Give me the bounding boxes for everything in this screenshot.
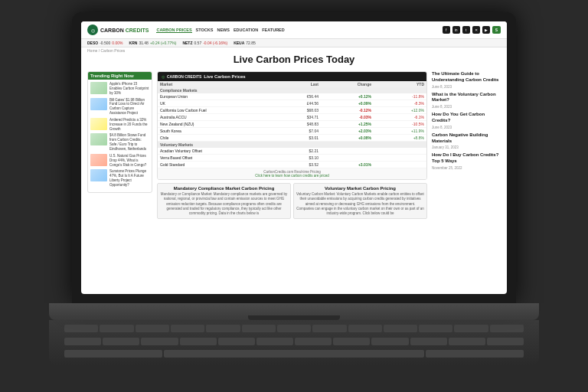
market-nz-name: New Zealand (NZU) [160,122,266,126]
market-kr-last: $7.04 [266,129,318,133]
trending-item-6: Sunstone Prices Plunge 47%, But Is It A … [90,169,149,187]
market-row-nz[interactable]: New Zealand (NZU) $48.83 +1.25% -10.5% [158,121,426,128]
trending-img-4 [90,133,107,145]
key [242,325,276,332]
col-market: Market [160,82,266,87]
article-title-3[interactable]: How Do You Get Carbon Credits? [432,112,501,124]
key [218,338,255,345]
market-ca-ytd: +12.0% [371,108,424,113]
nav-featured[interactable]: FEATURED [262,28,285,32]
market-au-change: -0.03% [318,115,371,119]
trending-item-2: Bill Gates' $1.98 Billion Fund Loss to D… [90,98,149,116]
compliance-section-title: Compliance Markets [158,87,426,93]
widget-footer-link[interactable]: Click here to learn how carbon credits a… [160,174,424,178]
key [103,338,139,345]
ticker-bar: DESO -0.500 0.00% KRN 31.48 +0.24 (+0.77… [81,39,507,47]
article-date-4: January 31, 2023 [432,145,501,149]
trending-text-3[interactable]: Antlered Predicts a 32% Increase in 20 F… [109,118,149,132]
market-row-eu[interactable]: European Union €56.44 +0.12% -11.8% [158,93,426,100]
logo-icon: ◎ [87,24,98,35]
youtube-icon[interactable]: ▶ [482,26,490,34]
nav-carbon-prices[interactable]: CARBON PRICES [156,28,191,33]
col-last: Last [266,82,318,87]
widget-logo-icon: ◎ [162,74,165,79]
nav-education[interactable]: EDUCATION [234,28,258,32]
article-title-5[interactable]: How Do I Buy Carbon Credits? Top 5 Ways [432,152,501,165]
key-spacebar [164,350,425,358]
ticker-item-netz: NETZ 0.57 -0.04 (-6.16%) [182,41,227,45]
article-title-4[interactable]: Carbon Negative Building Materials [432,132,501,145]
market-au-last: $34.71 [266,115,318,119]
key [333,338,370,345]
article-title-1[interactable]: The Ultimate Guide to Understanding Carb… [432,71,501,83]
linkedin-icon[interactable]: in [452,26,460,34]
market-row-au[interactable]: Australia ACCU $34.71 -0.03% -6.1% [158,114,426,121]
article-date-5: November 25, 2022 [432,166,501,170]
bottom-card-mandatory-title[interactable]: Mandatory Compliance Market Carbon Prici… [160,186,288,191]
market-eu-ytd: -11.8% [371,94,424,99]
trending-text-2[interactable]: Bill Gates' $1.98 Billion Fund Loss to D… [109,98,149,116]
trending-text-5[interactable]: U.S. Natural Gas Prices Drop 44%, What i… [109,154,149,168]
trending-text-1[interactable]: Apple's iPhone 15 Enables Carbon Footpri… [109,82,149,96]
market-row-kr[interactable]: South Korea $7.04 +2.03% +11.9% [158,128,426,135]
widget-header: ◎ CARBON CREDITS Live Carbon Prices [158,72,426,81]
market-row-verra[interactable]: Verra Based Offset $3.10 [158,155,426,162]
market-row-ca[interactable]: California Low Carbon Fuel $68.03 -0.12%… [158,107,426,114]
trending-text-6[interactable]: Sunstone Prices Plunge 47%, But Is It A … [109,169,149,187]
key [64,325,98,332]
key [277,325,311,332]
market-row-acadian[interactable]: Acadian Voluntary Offset $2.21 [158,148,426,155]
market-eu-name: European Union [160,94,266,99]
x-icon[interactable]: ✕ [472,26,480,34]
col-ytd: YTD [371,82,424,87]
logo-text: CARBON CREDITS [100,28,149,33]
article-title-2[interactable]: What is the Voluntary Carbon Market? [432,92,501,104]
nav-stocks[interactable]: STOCKS [196,28,214,32]
market-kr-change: +2.03% [318,129,371,133]
market-gold-name: Gold Standard [160,162,266,167]
prices-widget: ◎ CARBON CREDITS Live Carbon Prices Mark… [157,71,427,180]
ticker-item-deso: DESO -0.500 0.00% [87,41,123,45]
widget-title: Live Carbon Prices [204,74,245,79]
market-row-cl[interactable]: Chile $3.01 +0.08% +8.8% [158,135,426,142]
trending-item-1: Apple's iPhone 15 Enables Carbon Footpri… [90,82,149,96]
market-cl-ytd: +8.8% [371,136,424,140]
ticker-item-keua: KEUA 72.85 [234,41,256,45]
key [487,338,524,345]
market-row-uk[interactable]: UK £44.56 +0.09% -8.3% [158,100,426,107]
nav-news[interactable]: NEWS [217,28,230,32]
market-cl-change: +0.08% [318,136,371,140]
key [295,338,332,345]
trending-text-4[interactable]: $4.8 Billion Stowe Fund from Carbon Cred… [109,133,149,151]
left-sidebar: Trending Right Now Apple's iPhone 15 Ena… [87,71,152,294]
market-row-gold[interactable]: Gold Standard $3.52 +3.01% [158,162,426,168]
main-content: Trending Right Now Apple's iPhone 15 Ena… [81,68,507,294]
key [454,325,488,332]
article-date-2: June 8, 2023 [432,105,501,109]
laptop-screen-bezel: ◎ CARBON CREDITS CARBON PRICES STOCKS NE… [72,12,516,303]
key-enter [426,350,524,358]
voluntary-section-title: Voluntary Markets [158,142,426,148]
market-acadian-name: Acadian Voluntary Offset [160,149,266,153]
facebook-icon[interactable]: f [443,26,450,34]
market-ca-last: $68.03 [266,108,318,113]
trending-img-3 [90,118,107,130]
market-uk-change: +0.09% [318,101,371,106]
key [180,338,217,345]
trending-item-3: Antlered Predicts a 32% Increase in 20 F… [90,118,149,132]
market-cl-name: Chile [160,136,266,140]
subscribe-button[interactable]: S [492,26,501,34]
site-header: ◎ CARBON CREDITS CARBON PRICES STOCKS NE… [81,21,507,39]
key-row-2 [64,338,524,345]
key [348,325,382,332]
market-verra-last: $3.10 [266,155,318,160]
market-nz-change: +1.25% [318,122,371,126]
bottom-card-voluntary-title[interactable]: Voluntary Market Carbon Pricing [296,186,424,191]
key [256,338,293,345]
key [419,325,452,332]
bottom-card-mandatory-text: Mandatory or Compliance Market: Mandator… [160,192,288,216]
bottom-card-mandatory: Mandatory Compliance Market Carbon Prici… [157,183,291,219]
twitter-icon[interactable]: t [462,26,470,34]
col-change: Change [318,82,371,87]
bottom-card-voluntary-text: Voluntary Carbon Market: Voluntary Carbo… [296,192,424,216]
